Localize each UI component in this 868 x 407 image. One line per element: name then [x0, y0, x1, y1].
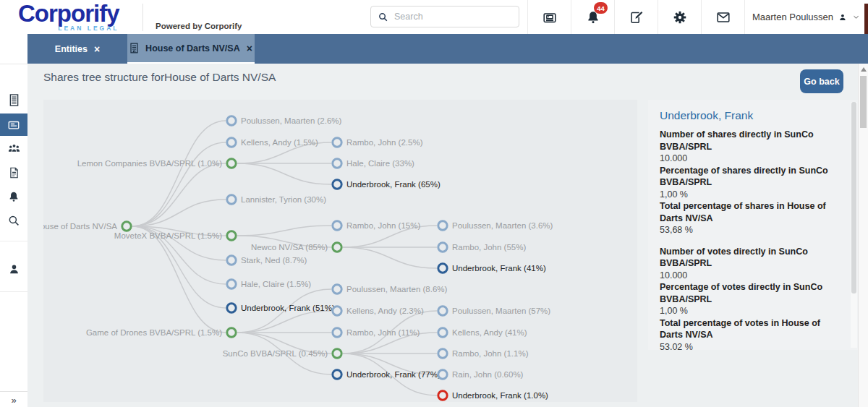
- settings-button[interactable]: [658, 0, 701, 34]
- sidebar-item-documents[interactable]: [0, 161, 27, 184]
- page-title: Shares tree structure forHouse of Darts …: [43, 71, 276, 84]
- divider: [0, 241, 27, 241]
- tree-node[interactable]: [227, 195, 236, 204]
- tree-node[interactable]: [227, 280, 236, 288]
- tree-node[interactable]: [333, 221, 341, 230]
- panel-scrollbar-thumb[interactable]: [851, 102, 856, 294]
- tree-node-label: MoveteX BVBA/SPRL (1.5%): [114, 231, 222, 240]
- tab-label: House of Darts NV/SA: [145, 43, 240, 53]
- close-icon[interactable]: ×: [247, 43, 252, 53]
- tree-node[interactable]: [227, 231, 236, 240]
- detail-field-value: 1,00 %: [660, 305, 845, 317]
- tree-node-label: Poulussen, Maarten (57%): [452, 307, 550, 315]
- tree-node-label: Newco NV/SA (85%): [251, 243, 328, 252]
- tree-node[interactable]: [333, 307, 341, 315]
- vertical-scrollbar[interactable]: [858, 64, 868, 407]
- people-icon: [7, 142, 21, 155]
- tree-node-label: Lannister, Tyrion (30%): [241, 195, 326, 204]
- sidebar-item-search[interactable]: [0, 209, 27, 231]
- tree-node[interactable]: [227, 256, 236, 265]
- tree-node[interactable]: [227, 328, 236, 337]
- tree-node[interactable]: [227, 159, 236, 168]
- detail-field-label: Number of votes directly in SunCo BVBA/S…: [660, 246, 845, 270]
- detail-group: Number of shares directly in SunCo BVBA/…: [660, 129, 845, 236]
- building-icon: [8, 93, 20, 107]
- compose-icon: [629, 9, 644, 25]
- sidebar-item-notifications[interactable]: [0, 185, 27, 207]
- global-search[interactable]: [370, 6, 519, 27]
- tree-node[interactable]: [438, 370, 447, 379]
- panel-scrollbar[interactable]: [851, 102, 857, 348]
- tree-node-label: Kellens, Andy (2.3%): [346, 307, 424, 315]
- user-menu[interactable]: Maarten Poulussen: [744, 0, 867, 34]
- tree-node-label: Poulussen, Maarten (3.6%): [452, 221, 553, 230]
- corporify-logo[interactable]: Corporify LEAN LEGAL: [18, 1, 119, 32]
- detail-field-label: Percentage of shares directly in SunCo B…: [660, 165, 845, 189]
- scrollbar-thumb[interactable]: [860, 76, 867, 128]
- sidebar-item-cards[interactable]: [0, 113, 27, 136]
- tab-bar: Entities × House of Darts NV/SA ×: [27, 34, 868, 64]
- app-header: Corporify LEAN LEGAL Powered by Corporif…: [0, 0, 868, 34]
- tree-node[interactable]: [227, 116, 236, 125]
- tree-node[interactable]: [333, 138, 341, 147]
- person-icon: [8, 263, 20, 275]
- tree-node-label: Poulussen, Maarten (8.6%): [346, 285, 448, 294]
- tree-node[interactable]: [333, 370, 341, 379]
- tree-node[interactable]: [438, 349, 447, 358]
- detail-panel-title: Underbrook, Frank: [660, 109, 845, 122]
- mail-button[interactable]: [701, 0, 744, 34]
- tree-node[interactable]: [438, 391, 447, 400]
- tree-node-label: Rain, John (0.60%): [452, 370, 524, 379]
- tree-node-label: Underbrook, Frank (51%): [241, 304, 335, 312]
- tree-node[interactable]: [438, 243, 447, 252]
- sidebar-collapse-button[interactable]: »: [0, 391, 27, 407]
- document-icon: [8, 166, 20, 179]
- detail-field-value: 53,68 %: [660, 224, 845, 236]
- tree-link: [237, 226, 331, 236]
- sidebar-item-entities[interactable]: [0, 89, 27, 111]
- double-chevron-icon: »: [11, 395, 16, 406]
- tree-node[interactable]: [438, 307, 447, 315]
- tree-link: [237, 311, 331, 333]
- tree-node[interactable]: [438, 221, 447, 230]
- tree-node[interactable]: [438, 328, 447, 337]
- person-icon: [838, 11, 847, 24]
- tab-entities[interactable]: Entities ×: [27, 34, 127, 64]
- tree-node[interactable]: [227, 304, 236, 312]
- tree-link: [237, 163, 331, 184]
- search-icon: [7, 214, 20, 227]
- tree-node[interactable]: [438, 264, 447, 273]
- tree-node[interactable]: [333, 159, 341, 168]
- sidebar-item-profile[interactable]: [0, 258, 27, 280]
- powered-by-text: Powered by Corporify: [156, 22, 242, 30]
- contacts-button[interactable]: [527, 0, 571, 34]
- tasks-button[interactable]: [614, 0, 658, 34]
- tree-node-label: SunCo BVBA/SPRL (0.45%): [223, 349, 328, 358]
- user-name: Maarten Poulussen: [752, 12, 833, 22]
- notifications-button[interactable]: 44: [571, 0, 614, 34]
- scroll-up-icon[interactable]: [861, 67, 867, 72]
- tree-node[interactable]: [333, 349, 341, 358]
- tree-node-label: Rambo, John (11%): [346, 328, 420, 337]
- sidebar: »: [0, 64, 27, 407]
- envelope-icon: [715, 9, 731, 25]
- search-input[interactable]: [394, 12, 512, 22]
- tree-node[interactable]: [227, 138, 236, 147]
- tree-node[interactable]: [122, 222, 131, 231]
- tree-node[interactable]: [333, 180, 341, 189]
- tree-node[interactable]: [333, 285, 341, 294]
- shares-tree-diagram: House of Darts NV/SAPoulussen, Maarten (…: [43, 100, 637, 402]
- search-icon: [378, 12, 388, 22]
- sidebar-item-people[interactable]: [0, 137, 27, 160]
- tree-node[interactable]: [333, 243, 341, 252]
- tree-node-label: Underbrook, Frank (77%): [346, 370, 441, 379]
- tree-node-label: Rambo, John (1.1%): [452, 349, 529, 358]
- tab-house-of-darts[interactable]: House of Darts NV/SA ×: [127, 34, 255, 64]
- go-back-button[interactable]: Go back: [800, 69, 843, 93]
- window-edge: [864, 4, 868, 34]
- tree-node[interactable]: [333, 328, 341, 337]
- close-icon[interactable]: ×: [94, 44, 100, 54]
- detail-field-label: Percentage of votes directly in SunCo BV…: [660, 281, 845, 305]
- corporify-app: Corporify LEAN LEGAL Powered by Corporif…: [0, 0, 868, 407]
- detail-panel: Underbrook, Frank Number of shares direc…: [648, 100, 858, 350]
